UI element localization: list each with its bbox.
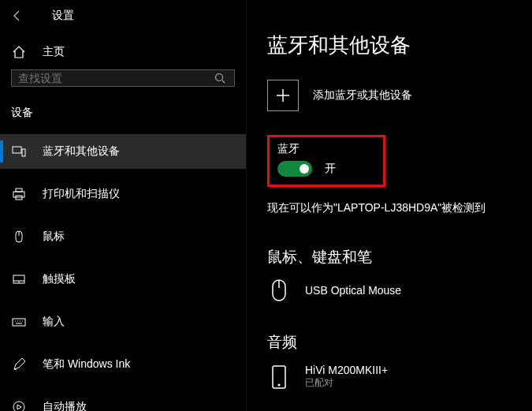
device-status: 已配对 — [305, 376, 388, 390]
nav-item-label: 蓝牙和其他设备 — [43, 144, 120, 159]
printer-icon — [11, 186, 27, 202]
svg-rect-1 — [13, 147, 21, 153]
touchpad-icon — [11, 271, 27, 287]
nav-item-label: 触摸板 — [43, 272, 76, 286]
nav-item-bluetooth-devices[interactable]: 蓝牙和其他设备 — [0, 134, 246, 169]
pen-icon — [11, 357, 27, 372]
nav-item-pen[interactable]: 笔和 Windows Ink — [0, 347, 246, 382]
section-mouse-kb-pen: 鼠标、键盘和笔 — [267, 247, 516, 267]
bluetooth-toggle-state: 开 — [325, 162, 336, 176]
svg-point-23 — [278, 383, 281, 386]
section-audio: 音频 — [267, 332, 516, 353]
home-icon — [11, 44, 27, 60]
toggle-thumb — [299, 164, 309, 174]
svg-rect-3 — [13, 192, 24, 197]
svg-point-17 — [13, 402, 24, 411]
mouse-icon — [11, 229, 27, 245]
svg-rect-11 — [13, 319, 25, 326]
discoverable-text: 现在可以作为"LAPTOP-LJ38HD9A"被检测到 — [267, 201, 516, 215]
nav-item-mouse[interactable]: 鼠标 — [0, 219, 246, 254]
device-row-audio[interactable]: HiVi M200MKIII+ 已配对 — [267, 364, 516, 390]
search-input[interactable] — [18, 72, 212, 84]
svg-rect-4 — [16, 189, 22, 192]
nav-item-label: 自动播放 — [43, 400, 87, 411]
nav-item-label: 输入 — [43, 315, 65, 329]
search-icon — [212, 70, 228, 86]
mouse-device-icon — [267, 278, 291, 302]
nav-item-label: 笔和 Windows Ink — [43, 357, 130, 372]
nav-item-label: 鼠标 — [43, 230, 65, 244]
svg-point-0 — [216, 74, 223, 81]
nav-item-label: 打印机和扫描仪 — [43, 187, 120, 201]
bluetooth-devices-icon — [11, 144, 27, 159]
autoplay-icon — [11, 399, 27, 411]
nav-home[interactable]: 主页 — [0, 38, 246, 69]
svg-rect-2 — [22, 149, 25, 156]
keyboard-icon — [11, 314, 27, 330]
plus-icon — [267, 80, 299, 111]
add-device-button[interactable]: 添加蓝牙或其他设备 — [267, 80, 516, 111]
phone-device-icon — [267, 365, 291, 389]
nav-item-touchpad[interactable]: 触摸板 — [0, 262, 246, 297]
back-arrow-icon[interactable] — [8, 6, 27, 25]
bluetooth-label: 蓝牙 — [277, 142, 336, 156]
nav-section-header: 设备 — [0, 106, 246, 134]
device-row-mouse[interactable]: USB Optical Mouse — [267, 278, 516, 302]
nav-item-autoplay[interactable]: 自动播放 — [0, 390, 246, 411]
nav-item-printers[interactable]: 打印机和扫描仪 — [0, 177, 246, 211]
bluetooth-toggle[interactable] — [277, 161, 312, 177]
device-name: USB Optical Mouse — [305, 284, 401, 297]
nav-home-label: 主页 — [43, 45, 65, 59]
bluetooth-toggle-highlight: 蓝牙 开 — [267, 135, 385, 187]
window-title: 设置 — [52, 9, 74, 23]
device-name: HiVi M200MKIII+ — [305, 364, 388, 376]
search-input-container[interactable] — [11, 69, 235, 87]
add-device-label: 添加蓝牙或其他设备 — [313, 88, 412, 103]
nav-item-typing[interactable]: 输入 — [0, 305, 246, 339]
page-title: 蓝牙和其他设备 — [267, 32, 516, 59]
